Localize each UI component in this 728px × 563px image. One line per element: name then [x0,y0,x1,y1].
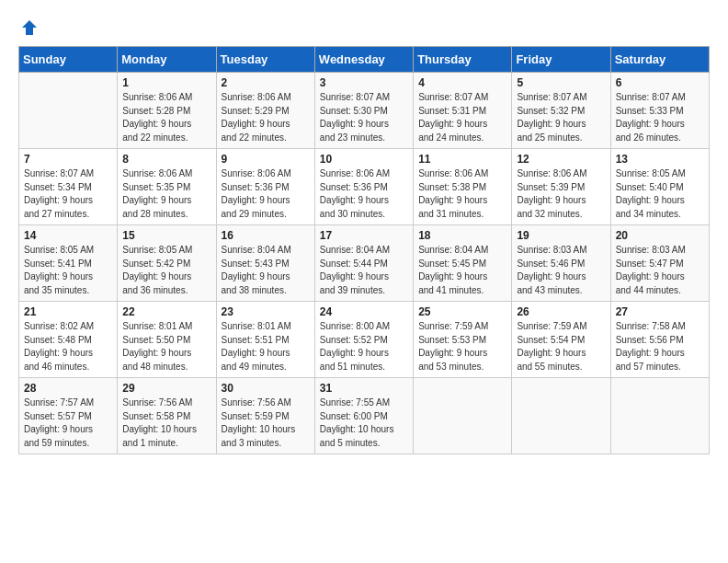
day-header-thursday: Thursday [414,47,512,73]
svg-marker-0 [22,20,37,35]
day-number: 24 [320,305,408,318]
day-number: 21 [24,305,112,318]
day-header-tuesday: Tuesday [216,47,314,73]
day-number: 12 [517,153,605,166]
day-header-sunday: Sunday [19,47,118,73]
calendar-cell [610,378,709,454]
calendar-cell: 20Sunrise: 8:03 AM Sunset: 5:47 PM Dayli… [610,225,709,302]
day-number: 10 [320,153,408,166]
day-number: 17 [320,229,408,242]
day-info: Sunrise: 7:59 AM Sunset: 5:54 PM Dayligh… [517,320,605,373]
calendar-cell: 18Sunrise: 8:04 AM Sunset: 5:45 PM Dayli… [414,225,512,302]
calendar-cell: 17Sunrise: 8:04 AM Sunset: 5:44 PM Dayli… [314,225,413,302]
day-info: Sunrise: 8:06 AM Sunset: 5:35 PM Dayligh… [122,167,210,221]
calendar-cell: 16Sunrise: 8:04 AM Sunset: 5:43 PM Dayli… [216,225,314,302]
day-info: Sunrise: 8:02 AM Sunset: 5:48 PM Dayligh… [24,320,112,373]
day-info: Sunrise: 8:04 AM Sunset: 5:45 PM Dayligh… [418,244,506,297]
calendar-cell [512,378,610,454]
day-info: Sunrise: 8:00 AM Sunset: 5:52 PM Dayligh… [320,320,408,373]
calendar-cell: 31Sunrise: 7:55 AM Sunset: 6:00 PM Dayli… [314,378,413,454]
calendar-cell: 27Sunrise: 7:58 AM Sunset: 5:56 PM Dayli… [610,302,709,378]
calendar-cell: 25Sunrise: 7:59 AM Sunset: 5:53 PM Dayli… [414,302,512,378]
day-number: 25 [418,305,506,318]
calendar-cell: 2Sunrise: 8:06 AM Sunset: 5:29 PM Daylig… [216,73,314,149]
day-header-monday: Monday [118,47,216,73]
day-info: Sunrise: 8:01 AM Sunset: 5:51 PM Dayligh… [222,320,310,373]
day-number: 23 [222,305,310,318]
calendar-cell: 29Sunrise: 7:56 AM Sunset: 5:58 PM Dayli… [118,378,216,454]
calendar-cell: 8Sunrise: 8:06 AM Sunset: 5:35 PM Daylig… [118,149,216,225]
calendar-cell: 22Sunrise: 8:01 AM Sunset: 5:50 PM Dayli… [118,302,216,378]
day-number: 7 [24,153,112,166]
calendar-cell: 12Sunrise: 8:06 AM Sunset: 5:39 PM Dayli… [512,149,610,225]
day-info: Sunrise: 7:55 AM Sunset: 6:00 PM Dayligh… [320,396,408,450]
day-info: Sunrise: 8:06 AM Sunset: 5:36 PM Dayligh… [222,167,310,221]
calendar-cell: 30Sunrise: 7:56 AM Sunset: 5:59 PM Dayli… [216,378,314,454]
day-info: Sunrise: 8:07 AM Sunset: 5:33 PM Dayligh… [616,91,704,144]
calendar-week-row: 7Sunrise: 8:07 AM Sunset: 5:34 PM Daylig… [19,149,710,225]
page-header [18,18,710,37]
day-info: Sunrise: 8:03 AM Sunset: 5:46 PM Dayligh… [517,244,605,297]
calendar-cell: 5Sunrise: 8:07 AM Sunset: 5:32 PM Daylig… [512,73,610,149]
calendar-cell: 3Sunrise: 8:07 AM Sunset: 5:30 PM Daylig… [314,73,413,149]
calendar-cell: 1Sunrise: 8:06 AM Sunset: 5:28 PM Daylig… [118,73,216,149]
calendar-cell: 23Sunrise: 8:01 AM Sunset: 5:51 PM Dayli… [216,302,314,378]
calendar-week-row: 14Sunrise: 8:05 AM Sunset: 5:41 PM Dayli… [19,225,710,302]
calendar-cell: 21Sunrise: 8:02 AM Sunset: 5:48 PM Dayli… [19,302,118,378]
day-info: Sunrise: 8:07 AM Sunset: 5:32 PM Dayligh… [517,91,605,144]
day-info: Sunrise: 8:06 AM Sunset: 5:38 PM Dayligh… [418,167,506,221]
day-info: Sunrise: 8:06 AM Sunset: 5:36 PM Dayligh… [320,167,408,221]
calendar-cell: 10Sunrise: 8:06 AM Sunset: 5:36 PM Dayli… [314,149,413,225]
day-info: Sunrise: 8:03 AM Sunset: 5:47 PM Dayligh… [616,244,704,297]
day-info: Sunrise: 7:59 AM Sunset: 5:53 PM Dayligh… [418,320,506,373]
calendar-cell: 7Sunrise: 8:07 AM Sunset: 5:34 PM Daylig… [19,149,118,225]
day-number: 27 [616,305,704,318]
day-info: Sunrise: 8:06 AM Sunset: 5:28 PM Dayligh… [122,91,210,144]
day-number: 14 [24,229,112,242]
day-number: 11 [418,153,506,166]
day-info: Sunrise: 8:07 AM Sunset: 5:30 PM Dayligh… [320,91,408,144]
day-number: 5 [517,76,605,89]
day-number: 15 [122,229,210,242]
calendar-cell: 14Sunrise: 8:05 AM Sunset: 5:41 PM Dayli… [19,225,118,302]
day-info: Sunrise: 8:01 AM Sunset: 5:50 PM Dayligh… [122,320,210,373]
calendar-cell: 26Sunrise: 7:59 AM Sunset: 5:54 PM Dayli… [512,302,610,378]
calendar-cell: 15Sunrise: 8:05 AM Sunset: 5:42 PM Dayli… [118,225,216,302]
day-header-wednesday: Wednesday [314,47,413,73]
day-number: 4 [418,76,506,89]
day-info: Sunrise: 8:07 AM Sunset: 5:31 PM Dayligh… [418,91,506,144]
day-number: 6 [616,76,704,89]
day-number: 2 [222,76,310,89]
day-info: Sunrise: 8:05 AM Sunset: 5:40 PM Dayligh… [616,167,704,221]
day-number: 9 [222,153,310,166]
logo [18,18,39,37]
calendar-cell: 11Sunrise: 8:06 AM Sunset: 5:38 PM Dayli… [414,149,512,225]
calendar-cell: 13Sunrise: 8:05 AM Sunset: 5:40 PM Dayli… [610,149,709,225]
day-number: 29 [122,382,210,395]
day-info: Sunrise: 7:56 AM Sunset: 5:59 PM Dayligh… [222,396,310,450]
calendar-week-row: 21Sunrise: 8:02 AM Sunset: 5:48 PM Dayli… [19,302,710,378]
day-info: Sunrise: 7:56 AM Sunset: 5:58 PM Dayligh… [122,396,210,450]
day-number: 3 [320,76,408,89]
day-info: Sunrise: 8:05 AM Sunset: 5:41 PM Dayligh… [24,244,112,297]
day-header-friday: Friday [512,47,610,73]
logo-icon [20,18,39,37]
day-info: Sunrise: 8:04 AM Sunset: 5:44 PM Dayligh… [320,244,408,297]
calendar-table: SundayMondayTuesdayWednesdayThursdayFrid… [18,46,710,454]
calendar-cell: 9Sunrise: 8:06 AM Sunset: 5:36 PM Daylig… [216,149,314,225]
calendar-cell [19,73,118,149]
calendar-week-row: 28Sunrise: 7:57 AM Sunset: 5:57 PM Dayli… [19,378,710,454]
day-info: Sunrise: 8:04 AM Sunset: 5:43 PM Dayligh… [222,244,310,297]
day-number: 13 [616,153,704,166]
calendar-cell: 24Sunrise: 8:00 AM Sunset: 5:52 PM Dayli… [314,302,413,378]
day-number: 18 [418,229,506,242]
day-number: 22 [122,305,210,318]
day-header-saturday: Saturday [610,47,709,73]
calendar-cell: 19Sunrise: 8:03 AM Sunset: 5:46 PM Dayli… [512,225,610,302]
day-number: 8 [122,153,210,166]
day-number: 1 [122,76,210,89]
calendar-cell: 28Sunrise: 7:57 AM Sunset: 5:57 PM Dayli… [19,378,118,454]
day-number: 26 [517,305,605,318]
day-info: Sunrise: 8:07 AM Sunset: 5:34 PM Dayligh… [24,167,112,221]
day-number: 20 [616,229,704,242]
